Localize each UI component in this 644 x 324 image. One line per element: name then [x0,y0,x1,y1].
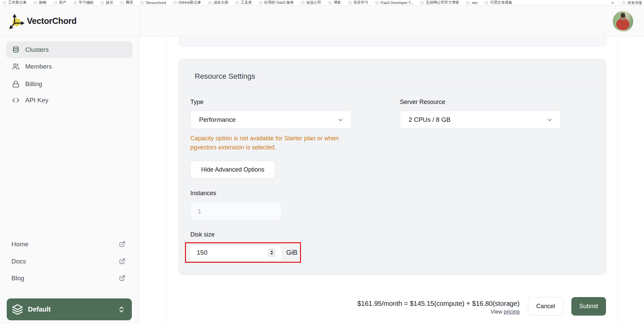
chevrons-up-down-icon [118,306,125,313]
previous-card-edge [179,37,606,46]
cancel-button[interactable]: Cancel [528,297,563,316]
type-label: Type [190,99,203,106]
folder-icon [301,1,305,4]
bookmarks-overflow-chevron[interactable]: » [609,0,616,5]
brand-header: VectorChord [0,5,139,37]
folder-icon [235,1,239,4]
bookmark-item[interactable]: PaaS Developer T... [375,1,414,5]
bookmark-item[interactable]: 互联网公司官方博客 [420,0,459,5]
external-link-icon [119,258,125,264]
sidebar-link-docs[interactable]: Docs [0,256,139,268]
vectorchord-logo-icon [9,14,25,29]
folder-icon [420,1,424,4]
folder-icon [208,1,212,4]
instances-input[interactable]: 1 [190,202,281,221]
bookmark-item[interactable]: 英语学习 [348,0,368,5]
pricing-link[interactable]: pricing [504,309,520,315]
sidebar-link-blog[interactable]: Blog [0,273,139,285]
lock-icon [12,80,20,88]
bookmark-item[interactable]: seo [466,1,478,5]
folder-icon [259,1,263,4]
user-avatar[interactable] [613,11,633,32]
price-summary: $161.95/month = $145.15(compute) + $16.8… [357,299,520,308]
bookmark-item[interactable]: 工作那点事 [3,0,27,5]
content-right-border [617,37,617,324]
folder-icon [466,1,470,4]
bookmarks-bar: 工作那点事购物房产学习编程娱乐腾讯TensorchordGitHub那点事成本大… [0,0,644,5]
folder-icon [53,1,57,4]
all-bookmarks-button[interactable]: 所有书签 [622,0,642,5]
bookmark-item[interactable]: Tensorchord [140,1,166,5]
sidebar-item-members[interactable]: Members [6,58,132,75]
folder-icon [101,1,104,4]
folder-icon [3,1,6,4]
folder-icon [485,1,488,4]
code-icon [12,97,20,104]
folder-icon [34,1,37,4]
bookmark-item[interactable]: 腾讯 [120,0,133,5]
folder-icon [622,1,626,4]
disk-size-unit: GiB [286,249,297,256]
bookmarks-right-group: » 所有书签 [607,0,642,5]
folder-icon [73,1,77,4]
layers-icon [12,304,23,315]
instances-label: Instances [190,190,216,197]
sidebar-item-api-key[interactable]: API Key [6,92,132,109]
bookmark-item[interactable]: 房产 [53,0,66,5]
sidebar-item-label: Billing [25,80,42,88]
sidebar-item-label: Clusters [25,46,49,53]
disk-size-value: 150 [197,249,207,256]
bookmark-item[interactable]: 博客 [328,0,341,5]
external-link-icon [119,275,125,281]
view-pricing-line: View pricing [357,308,520,316]
bookmark-item[interactable]: 可用文章搜集 [485,0,512,5]
sidebar: VectorChord Clusters Members Billing [0,5,140,324]
sidebar-link-home[interactable]: Home [0,239,139,251]
disk-size-label: Disk size [190,231,215,238]
app-window: 工作那点事购物房产学习编程娱乐腾讯TensorchordGitHub那点事成本大… [0,0,644,324]
chevron-down-icon [546,117,553,123]
server-resource-value: 2 CPUs / 8 GB [409,116,546,123]
server-resource-select[interactable]: 2 CPUs / 8 GB [400,111,561,129]
disk-size-input[interactable]: 150 [190,244,282,261]
brand-name[interactable]: VectorChord [27,16,77,26]
users-icon [12,63,20,70]
folder-icon [375,1,379,4]
bookmark-item[interactable]: 娱乐 [101,0,113,5]
database-icon [12,46,20,53]
bookmark-item[interactable]: 工具类 [235,0,252,5]
sidebar-item-label: API Key [25,97,48,104]
header-bar [140,5,644,37]
folder-icon [348,1,352,4]
type-select[interactable]: Performance [190,111,351,129]
bookmark-item[interactable]: 创业公司 [301,0,321,5]
card-title: Resource Settings [195,72,255,81]
sidebar-item-clusters[interactable]: Clusters [6,41,132,58]
type-value: Performance [199,116,337,123]
bookmark-item[interactable]: 学习编程 [73,0,93,5]
bookmark-item[interactable]: GitHub那点事 [173,0,201,5]
resource-settings-card: Resource Settings Type Performance Serve… [179,59,606,275]
sidebar-item-label: Members [25,63,52,70]
instances-value: 1 [198,208,201,215]
content-left-border [166,37,167,324]
project-switcher[interactable]: Default [7,298,132,320]
bookmark-item[interactable]: 购物 [34,0,46,5]
chevron-down-icon [337,117,344,123]
disk-size-highlight-annotation: 150 GiB [185,242,301,263]
bookmark-item[interactable]: 好用的 SaaS 服务 [259,0,294,5]
folder-icon [120,1,124,4]
bookmark-item[interactable]: 成本大师 [208,0,228,5]
submit-button[interactable]: Submit [571,297,606,316]
project-name: Default [28,305,118,313]
stepper-down-icon[interactable] [270,253,273,255]
sidebar-item-billing[interactable]: Billing [6,76,132,93]
folder-icon [173,1,177,4]
external-link-icon [119,241,125,247]
server-resource-label: Server Resource [400,99,445,106]
stepper-up-icon[interactable] [270,250,273,252]
card-divider [190,88,594,88]
number-stepper[interactable] [268,248,275,257]
hide-advanced-options-button[interactable]: Hide Advanced Options [190,161,275,179]
price-summary-block: $161.95/month = $145.15(compute) + $16.8… [357,299,520,316]
